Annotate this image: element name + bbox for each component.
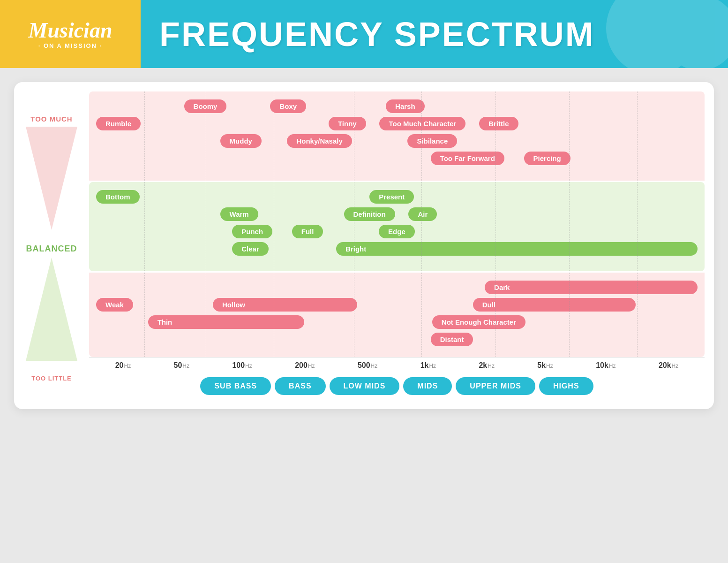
too-much-label: TOO MUCH <box>30 115 72 123</box>
mids-button[interactable]: MIDS <box>403 377 452 395</box>
freq-500hz: 500 Hz <box>358 361 377 370</box>
too-little-row-3: Thin Not Enough Character <box>94 315 700 329</box>
low-mids-button[interactable]: LOW MIDS <box>330 377 400 395</box>
tag-present: Present <box>369 190 414 204</box>
tag-dull: Dull <box>473 298 636 312</box>
tag-rumble: Rumble <box>96 117 141 130</box>
balanced-section: Bottom Present Warm Definition Air <box>89 182 705 271</box>
balanced-tags: Bottom Present Warm Definition Air <box>94 188 700 258</box>
tag-definition: Definition <box>344 207 395 221</box>
balanced-label: BALANCED <box>26 244 77 254</box>
too-much-triangle <box>26 127 77 230</box>
tag-boxy: Boxy <box>270 99 306 113</box>
too-much-tags: Boomy Boxy Harsh Rumble Tinny Too Much C… <box>94 97 700 167</box>
freq-5khz: 5k Hz <box>537 361 553 370</box>
logo-sub-text: · ON A MISSION · <box>29 43 113 49</box>
range-buttons: SUB BASS BASS LOW MIDS MIDS UPPER MIDS H… <box>89 372 705 400</box>
tag-air: Air <box>408 207 437 221</box>
freq-axis: 20 Hz 50 Hz 100 Hz 200 Hz 500 Hz <box>89 357 705 372</box>
sub-bass-button[interactable]: SUB BASS <box>200 377 271 395</box>
balanced-row-3: Punch Full Edge <box>94 225 700 238</box>
tag-bottom: Bottom <box>96 190 140 204</box>
tag-honky-nasaly: Honky/Nasaly <box>287 134 352 148</box>
balanced-row-2: Warm Definition Air <box>94 207 700 221</box>
tag-weak: Weak <box>96 298 133 312</box>
tag-edge: Edge <box>379 225 415 238</box>
upper-mids-button[interactable]: UPPER MIDS <box>456 377 535 395</box>
freq-200hz: 200 Hz <box>295 361 315 370</box>
too-much-section: Boomy Boxy Harsh Rumble Tinny Too Much C… <box>89 91 705 181</box>
freq-20hz: 20 Hz <box>115 361 131 370</box>
too-much-row-3: Muddy Honky/Nasaly Sibilance <box>94 134 700 148</box>
right-content: Boomy Boxy Harsh Rumble Tinny Too Much C… <box>89 91 705 400</box>
tag-tinny: Tinny <box>329 117 366 130</box>
tag-bright: Bright <box>336 242 698 256</box>
tag-too-far-forward: Too Far Forward <box>431 152 504 165</box>
tag-boomy: Boomy <box>184 99 227 113</box>
freq-100hz: 100 Hz <box>232 361 252 370</box>
freq-10khz: 10k Hz <box>596 361 615 370</box>
tag-hollow: Hollow <box>213 298 357 312</box>
too-little-row-2: Weak Hollow Dull <box>94 298 700 312</box>
bass-button[interactable]: BASS <box>275 377 325 395</box>
too-much-row-4: Too Far Forward Piercing <box>94 152 700 165</box>
header-decoration <box>587 0 728 68</box>
freq-1khz: 1k Hz <box>420 361 436 370</box>
tag-harsh: Harsh <box>386 99 425 113</box>
tag-brittle: Brittle <box>479 117 518 130</box>
too-little-label: TOO LITTLE <box>31 375 72 382</box>
tag-dark: Dark <box>485 281 698 294</box>
freq-50hz: 50 Hz <box>174 361 189 370</box>
highs-button[interactable]: HIGHS <box>539 377 593 395</box>
too-little-section: Dark Weak Hollow Dull Thin <box>89 273 705 357</box>
tag-clear: Clear <box>232 242 269 256</box>
balanced-triangle <box>26 258 77 361</box>
freq-2khz: 2k Hz <box>479 361 494 370</box>
tag-too-much-character: Too Much Character <box>379 117 465 130</box>
tag-muddy: Muddy <box>220 134 262 148</box>
page-header: Musician · ON A MISSION · FREQUENCY SPEC… <box>0 0 728 68</box>
too-little-row-4: Distant <box>94 333 700 346</box>
main-card: TOO MUCH BALANCED TOO LITTLE <box>14 82 714 409</box>
tag-not-enough-character: Not Enough Character <box>432 315 525 329</box>
left-axis: TOO MUCH BALANCED TOO LITTLE <box>14 91 89 400</box>
tag-piercing: Piercing <box>524 152 570 165</box>
too-much-row-2: Rumble Tinny Too Much Character Brittle <box>94 117 700 130</box>
balanced-row-4: Clear Bright <box>94 242 700 256</box>
balanced-row-1: Bottom Present <box>94 190 700 204</box>
too-little-row-1: Dark <box>94 281 700 294</box>
too-much-row-1: Boomy Boxy Harsh <box>94 99 700 113</box>
tag-full: Full <box>292 225 323 238</box>
tag-punch: Punch <box>232 225 272 238</box>
tag-distant: Distant <box>431 333 473 346</box>
tag-sibilance: Sibilance <box>407 134 457 148</box>
too-little-tags: Dark Weak Hollow Dull Thin <box>94 278 700 349</box>
logo: Musician · ON A MISSION · <box>0 0 141 68</box>
chart-area: TOO MUCH BALANCED TOO LITTLE <box>14 91 705 400</box>
tag-warm: Warm <box>220 207 258 221</box>
freq-20khz: 20k Hz <box>659 361 678 370</box>
tag-thin: Thin <box>148 315 305 329</box>
logo-main-text: Musician <box>29 19 113 43</box>
